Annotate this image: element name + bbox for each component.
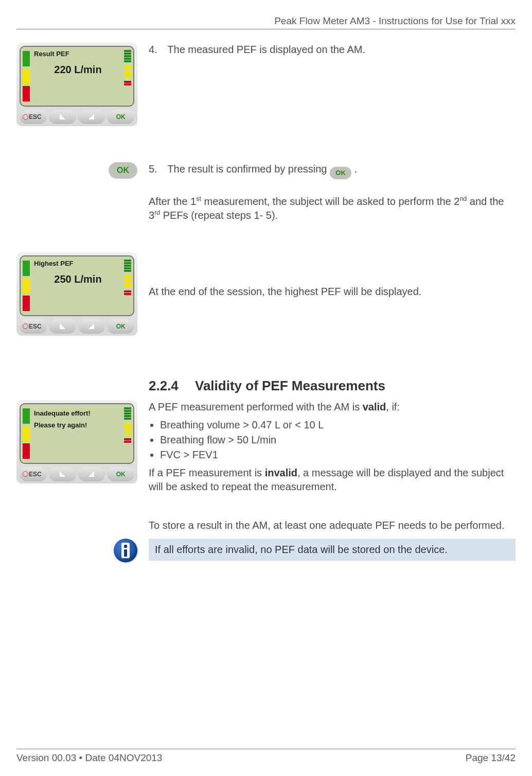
screen-value: 220 L/min bbox=[34, 64, 122, 76]
info-icon bbox=[114, 539, 137, 562]
footer-right: Page 13/42 bbox=[466, 752, 516, 764]
invalid-text: If a PEF measurement is invalid, a messa… bbox=[149, 466, 516, 494]
esc-button[interactable]: ESC bbox=[20, 319, 47, 334]
list-item: FVC > FEV1 bbox=[160, 448, 516, 462]
down-button[interactable] bbox=[49, 110, 76, 124]
up-button[interactable] bbox=[78, 467, 105, 481]
ok-button[interactable]: OK bbox=[107, 319, 134, 334]
valid-criteria-list: Breathing volume > 0.47 L or < 10 L Brea… bbox=[149, 418, 516, 462]
ok-pill-large: OK bbox=[109, 162, 137, 179]
screen-line1: Inadequate effort! bbox=[34, 407, 122, 419]
note-box: If all efforts are invalid, no PEF data … bbox=[149, 539, 516, 561]
step5-after: After the 1st measurement, the subject w… bbox=[149, 195, 516, 222]
ok-pill-inline: OK bbox=[330, 167, 351, 179]
esc-button[interactable]: ESC bbox=[20, 467, 47, 481]
valid-intro: A PEF measurement performed with the AM … bbox=[149, 400, 516, 414]
page-footer: Version 00.03 • Date 04NOV2013 Page 13/4… bbox=[16, 749, 516, 764]
up-button[interactable] bbox=[78, 110, 105, 124]
screen-title: Highest PEF bbox=[34, 260, 122, 267]
ok-button[interactable]: OK bbox=[107, 110, 134, 124]
screen-title: Result PEF bbox=[34, 50, 122, 58]
list-item: Breathing volume > 0.47 L or < 10 L bbox=[160, 418, 516, 432]
screen-line2: Please try again! bbox=[34, 419, 122, 431]
step5-text: 5. The result is confirmed by pressing O… bbox=[149, 162, 516, 179]
step4-text: 4. The measured PEF is displayed on the … bbox=[149, 43, 516, 57]
section-heading: 2.2.4Validity of PEF Measurements bbox=[149, 377, 516, 395]
down-button[interactable] bbox=[49, 467, 76, 481]
down-button[interactable] bbox=[49, 319, 76, 334]
footer-left: Version 00.03 • Date 04NOV2013 bbox=[16, 752, 162, 764]
esc-button[interactable]: ESC bbox=[20, 110, 47, 124]
highest-text: At the end of the session, the highest P… bbox=[149, 285, 516, 299]
device-invalid-msg: Inadequate effort! Please try again! ESC… bbox=[16, 400, 137, 484]
up-button[interactable] bbox=[78, 319, 105, 334]
screen-value: 250 L/min bbox=[34, 273, 122, 285]
list-item: Breathing flow > 50 L/min bbox=[160, 433, 516, 447]
device-result-pef: Result PEF 220 L/min ESC OK bbox=[16, 43, 137, 126]
store-text: To store a result in the AM, at least on… bbox=[149, 519, 516, 532]
device-highest-pef: Highest PEF 250 L/min ESC OK bbox=[16, 252, 137, 336]
ok-button[interactable]: OK bbox=[107, 467, 134, 481]
running-header: Peak Flow Meter AM3 - Instructions for U… bbox=[16, 15, 516, 29]
